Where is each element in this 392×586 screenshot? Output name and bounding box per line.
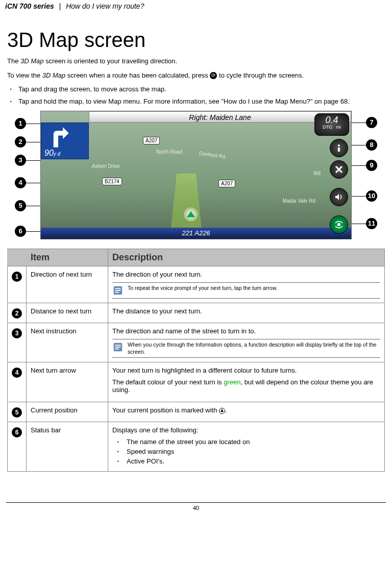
item-description: The distance to your next turn. [108,303,385,323]
row-number: 6 [12,427,22,437]
svg-rect-10 [115,349,119,350]
note-box: When you cycle through the Information o… [112,339,380,358]
callout-7: 7 [366,117,377,128]
callout-8: 8 [366,139,377,151]
table-row: 5 Current position Your current position… [8,402,385,422]
svg-rect-1 [338,148,340,152]
road-shield: B2174 [102,178,122,185]
callout-5: 5 [15,200,26,211]
info-button[interactable] [330,139,348,157]
item-description: Your current position is marked with . [108,402,385,422]
item-name: Status bar [27,422,108,472]
row-number: 4 [12,368,22,378]
intro-paragraph-2: To view the 3D Map screen when a route h… [7,71,385,80]
list-item: Active POI's. [127,457,380,465]
svg-point-2 [337,223,340,226]
status-bar[interactable]: 221 A226 [41,228,351,239]
table-header-description: Description [108,249,385,266]
row-number: 5 [12,407,22,418]
page-header: iCN 700 series | How do I view my route? [0,0,392,15]
next-instruction-bar[interactable]: Right: Maiden Lane [89,111,351,123]
callout-10: 10 [366,190,377,202]
table-row: 6 Status bar Displays one of the followi… [8,422,385,472]
breadcrumb: How do I view my route? [66,2,144,10]
map-3d-view[interactable]: Right: Maiden Lane 90y d A207 B2174 A207… [40,111,352,239]
table-row: 1 Direction of next turn The direction o… [8,266,385,303]
road-shield: A207 [218,180,235,187]
item-name: Distance to next turn [27,303,108,323]
instruction-item: Tap and hold the map, to view Map menu. … [18,97,385,106]
instruction-list: Tap and drag the screen, to move across … [7,85,385,106]
list-item: The name of the street you are located o… [127,438,380,446]
note-box: To repeat the voice prompt of your next … [112,282,380,299]
status-sublist: The name of the street you are located o… [112,438,380,465]
item-description: The direction and name of the street to … [108,323,385,362]
item-description: The direction of your next turn. To repe… [108,266,385,303]
table-header-icon [8,249,27,266]
item-description: Your next turn is highlighted in a diffe… [108,362,385,402]
note-icon [112,285,124,296]
item-name: Direction of next turn [27,266,108,303]
page-title: 3D Map screen [7,29,385,52]
svg-rect-6 [115,292,119,293]
series-label: iCN 700 series [5,2,54,10]
header-separator: | [56,2,64,10]
item-name: Next turn arrow [27,362,108,402]
svg-rect-9 [115,347,121,348]
table-row: 4 Next turn arrow Your next turn is high… [8,362,385,402]
callout-6: 6 [15,226,26,237]
gps-button[interactable] [330,215,348,234]
page-number: 40 [0,503,392,516]
intro-paragraph-1: The 3D Map screen is oriented to your tr… [7,57,385,66]
street-label: Dartford Rd [199,151,226,160]
position-marker-icon [219,408,225,414]
road-shield: A207 [143,137,160,144]
table-row: 3 Next instruction The direction and nam… [8,323,385,362]
street-label: North Road [156,149,182,155]
callout-2: 2 [15,136,26,148]
table-row: 2 Distance to next turn The distance to … [8,303,385,323]
volume-button[interactable] [330,188,348,206]
callout-9: 9 [366,160,377,171]
item-description: Displays one of the following: The name … [108,422,385,472]
svg-rect-5 [115,290,121,291]
map-screenshot-figure: 1 2 3 4 5 6 7 8 9 10 11 Right: Maiden L [15,111,377,239]
callout-4: 4 [15,177,26,188]
callout-11: 11 [366,218,377,229]
row-number: 3 [12,328,22,338]
callout-1: 1 [15,118,26,129]
street-label: Wil [313,170,321,176]
list-item: Speed warnings [127,448,380,455]
turn-direction-panel[interactable]: 90y d [41,123,89,159]
row-number: 1 [12,272,22,282]
instruction-item: Tap and drag the screen, to move across … [18,85,385,94]
current-position-marker [184,207,198,222]
turn-right-arrow-icon [46,126,70,150]
svg-rect-8 [115,345,121,346]
turn-distance: 90y d [44,149,60,158]
row-number: 2 [12,308,22,319]
svg-rect-4 [115,288,121,289]
table-header-item: Item [27,249,108,266]
item-name: Current position [27,402,108,422]
street-label: Maida Vale Rd [282,198,315,204]
dtg-badge[interactable]: 0.4 DTG mi [314,113,349,136]
reference-table: Item Description 1 Direction of next tur… [7,249,385,472]
cycle-icon: ⟳ [210,72,217,79]
item-name: Next instruction [27,323,108,362]
close-button[interactable] [330,160,348,179]
callout-3: 3 [15,155,26,166]
note-icon [112,341,124,353]
svg-point-0 [338,144,340,146]
street-label: Ashen Drive [92,163,119,169]
